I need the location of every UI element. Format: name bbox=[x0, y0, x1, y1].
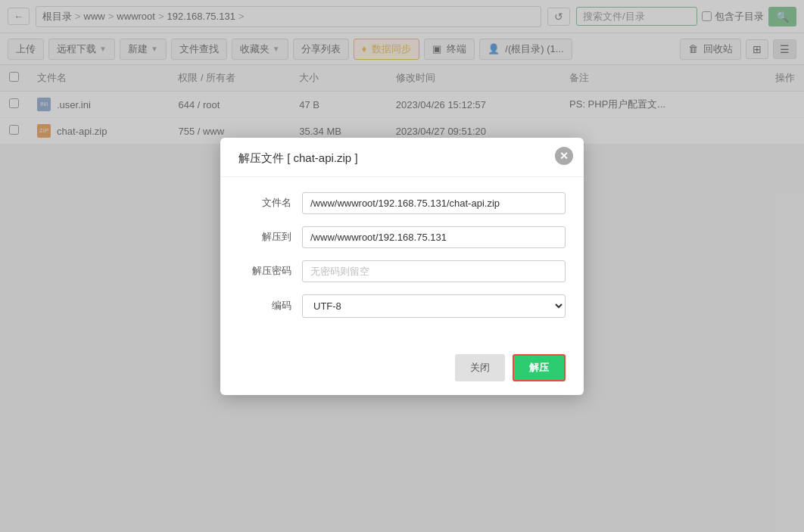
password-label: 解压密码 bbox=[238, 264, 291, 278]
extract-to-input[interactable] bbox=[302, 226, 566, 248]
encoding-select[interactable]: UTF-8 GBK GB2312 ISO-8859-1 bbox=[302, 294, 566, 318]
encoding-label: 编码 bbox=[238, 299, 291, 313]
filename-input[interactable] bbox=[302, 192, 566, 214]
filename-label: 文件名 bbox=[238, 196, 291, 210]
dialog-title: 解压文件 [ chat-api.zip ] bbox=[220, 138, 584, 177]
extract-to-row: 解压到 bbox=[238, 226, 566, 248]
dialog-overlay: 解压文件 [ chat-api.zip ] ✕ 文件名 解压到 解压密码 编码 … bbox=[0, 0, 804, 532]
encoding-row: 编码 UTF-8 GBK GB2312 ISO-8859-1 bbox=[238, 294, 566, 318]
dialog-footer: 关闭 解压 bbox=[220, 345, 584, 395]
close-button[interactable]: 关闭 bbox=[455, 354, 505, 381]
extract-to-label: 解压到 bbox=[238, 230, 291, 244]
password-input[interactable] bbox=[302, 260, 566, 282]
extract-dialog: 解压文件 [ chat-api.zip ] ✕ 文件名 解压到 解压密码 编码 … bbox=[220, 138, 584, 395]
password-row: 解压密码 bbox=[238, 260, 566, 282]
filename-row: 文件名 bbox=[238, 192, 566, 214]
dialog-close-button[interactable]: ✕ bbox=[555, 147, 573, 165]
dialog-body: 文件名 解压到 解压密码 编码 UTF-8 GBK GB2312 ISO-885… bbox=[220, 177, 584, 345]
extract-button[interactable]: 解压 bbox=[513, 354, 566, 381]
